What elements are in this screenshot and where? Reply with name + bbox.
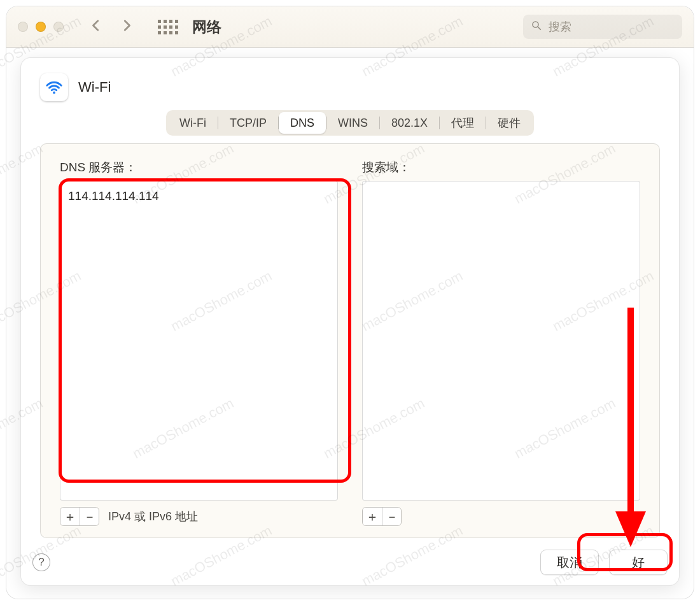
- search-icon: [531, 20, 542, 34]
- wifi-icon: [40, 73, 68, 101]
- dns-servers-column: DNS 服务器： 114.114.114.114 ＋ － IPv4 或 IPv6…: [60, 159, 338, 526]
- back-icon[interactable]: [89, 18, 103, 35]
- dns-hint: IPv4 或 IPv6 地址: [108, 509, 198, 524]
- tab-bar: Wi-Fi TCP/IP DNS WINS 802.1X 代理 硬件: [166, 110, 534, 136]
- dns-panel: DNS 服务器： 114.114.114.114 ＋ － IPv4 或 IPv6…: [40, 143, 660, 538]
- domains-add-remove-group: ＋ －: [362, 507, 402, 526]
- tab-proxy[interactable]: 代理: [440, 112, 486, 134]
- search-domains-list[interactable]: [362, 181, 640, 501]
- settings-sheet: Wi-Fi Wi-Fi TCP/IP DNS WINS 802.1X 代理 硬件: [20, 57, 680, 586]
- tab-8021x[interactable]: 802.1X: [380, 112, 439, 134]
- search-domains-label: 搜索域：: [362, 159, 640, 176]
- nav-arrows: [89, 18, 134, 35]
- search-input[interactable]: [547, 20, 675, 34]
- service-name: Wi-Fi: [78, 79, 111, 96]
- preferences-window: 网络 Wi-Fi Wi-Fi: [6, 6, 694, 599]
- tab-dns[interactable]: DNS: [279, 112, 326, 134]
- tab-wins[interactable]: WINS: [326, 112, 379, 134]
- dns-add-button[interactable]: ＋: [60, 508, 80, 525]
- window-title: 网络: [192, 17, 221, 37]
- domains-add-button[interactable]: ＋: [363, 508, 382, 525]
- ok-button[interactable]: 好: [609, 550, 668, 575]
- dns-remove-button[interactable]: －: [80, 508, 99, 525]
- forward-icon[interactable]: [120, 18, 134, 35]
- window-controls: [18, 22, 64, 32]
- footer-row: ? 取消 好: [21, 550, 679, 575]
- svg-point-2: [53, 92, 55, 94]
- cancel-button[interactable]: 取消: [540, 550, 599, 575]
- titlebar: 网络: [6, 6, 694, 48]
- dns-servers-list[interactable]: 114.114.114.114: [60, 181, 338, 501]
- dns-add-remove-group: ＋ －: [60, 507, 99, 526]
- zoom-window-button[interactable]: [53, 22, 64, 32]
- search-field[interactable]: [523, 15, 682, 39]
- show-all-icon[interactable]: [158, 20, 178, 34]
- close-window-button[interactable]: [18, 22, 28, 32]
- svg-line-1: [538, 27, 541, 30]
- service-header: Wi-Fi: [40, 73, 660, 101]
- tab-tcpip[interactable]: TCP/IP: [218, 112, 278, 134]
- minimize-window-button[interactable]: [36, 22, 46, 32]
- search-domains-column: 搜索域： ＋ －: [362, 159, 640, 526]
- dns-server-entry[interactable]: 114.114.114.114: [68, 188, 330, 204]
- svg-point-0: [533, 22, 538, 27]
- tab-hardware[interactable]: 硬件: [486, 112, 532, 134]
- domains-remove-button[interactable]: －: [382, 508, 401, 525]
- dns-servers-label: DNS 服务器：: [60, 159, 338, 176]
- tab-wifi[interactable]: Wi-Fi: [168, 112, 218, 134]
- help-button[interactable]: ?: [32, 553, 50, 571]
